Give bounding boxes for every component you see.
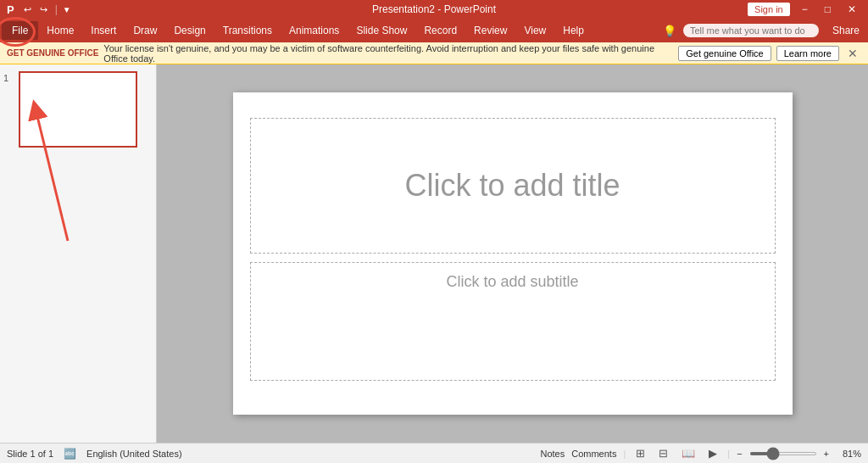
tell-me-input[interactable]: [683, 24, 819, 37]
notification-close-button[interactable]: ✕: [844, 47, 861, 60]
slide-thumbnail-wrapper: 1: [3, 71, 153, 148]
maximize-button[interactable]: □: [820, 2, 836, 17]
draw-menu[interactable]: Draw: [125, 19, 165, 42]
title-bar: P ↩ ↪ | ▼ Presentation2 - PowerPoint Sig…: [0, 0, 868, 19]
language: English (United States): [86, 449, 182, 459]
home-menu[interactable]: Home: [38, 19, 82, 42]
file-menu-wrapper: File: [2, 21, 38, 40]
slideshow-menu[interactable]: Slide Show: [348, 19, 415, 42]
quick-access-separator: |: [55, 3, 58, 15]
learn-more-button[interactable]: Learn more: [776, 46, 839, 61]
design-menu[interactable]: Design: [165, 19, 214, 42]
undo-button[interactable]: ↩: [21, 3, 34, 16]
share-button[interactable]: Share: [826, 23, 866, 38]
animations-menu[interactable]: Animations: [281, 19, 348, 42]
slide-sorter-button[interactable]: ⊟: [655, 445, 671, 461]
status-bar-right: Notes Comments | ⊞ ⊟ 📖 ▶ | − + 81%: [540, 445, 861, 461]
minimize-button[interactable]: −: [797, 2, 813, 17]
status-divider2: |: [727, 449, 730, 459]
slideshow-button[interactable]: ▶: [705, 445, 721, 461]
zoom-out-icon[interactable]: −: [737, 449, 742, 459]
customize-icon[interactable]: ▼: [63, 5, 71, 14]
status-bar: Slide 1 of 1 🔤 English (United States) N…: [0, 443, 868, 463]
title-bar-left: P ↩ ↪ | ▼: [7, 3, 71, 16]
status-divider: |: [623, 449, 626, 459]
zoom-slider[interactable]: [749, 452, 817, 455]
notification-bar: GET GENUINE OFFICE Your license isn't ge…: [0, 42, 868, 64]
slide-thumbnail[interactable]: [19, 71, 137, 148]
comments-button[interactable]: Comments: [571, 449, 616, 459]
powerpoint-logo-icon: P: [7, 3, 14, 16]
title-placeholder[interactable]: Click to add title: [250, 118, 776, 254]
insert-menu[interactable]: Insert: [82, 19, 125, 42]
menu-bar: File Home Insert Draw Design Transitions…: [0, 19, 868, 42]
slide-canvas[interactable]: Click to add title Click to add subtitle: [233, 92, 793, 415]
slide-number: 1: [3, 71, 15, 83]
canvas-area: Click to add title Click to add subtitle: [157, 64, 868, 443]
file-menu[interactable]: File: [2, 21, 38, 40]
normal-view-button[interactable]: ⊞: [632, 445, 648, 461]
transitions-menu[interactable]: Transitions: [214, 19, 281, 42]
get-genuine-button[interactable]: Get genuine Office: [678, 46, 771, 61]
zoom-in-icon[interactable]: +: [824, 449, 829, 459]
sign-in-button[interactable]: Sign in: [748, 3, 790, 16]
review-menu[interactable]: Review: [465, 19, 515, 42]
record-menu[interactable]: Record: [415, 19, 465, 42]
lightbulb-icon: 💡: [663, 25, 676, 37]
title-bar-right: Sign in − □ ✕: [748, 2, 861, 17]
slide-panel: 1: [0, 64, 157, 443]
reading-view-button[interactable]: 📖: [678, 445, 698, 461]
title-placeholder-text: Click to add title: [404, 168, 620, 204]
slide-count: Slide 1 of 1: [7, 449, 53, 459]
close-button[interactable]: ✕: [843, 2, 861, 17]
subtitle-placeholder[interactable]: Click to add subtitle: [250, 262, 776, 381]
accessibility-icon[interactable]: 🔤: [64, 448, 76, 460]
main-area: 1 Click to add title Click to add subtit…: [0, 64, 868, 443]
notification-message: Your license isn't genuine, and you may …: [103, 43, 673, 64]
notes-button[interactable]: Notes: [540, 449, 565, 459]
notification-badge: GET GENUINE OFFICE: [7, 48, 98, 58]
view-menu[interactable]: View: [515, 19, 554, 42]
subtitle-placeholder-text: Click to add subtitle: [446, 273, 578, 291]
zoom-level[interactable]: 81%: [836, 449, 861, 459]
redo-button[interactable]: ↪: [37, 3, 50, 16]
menu-bar-right: 💡 Share: [663, 23, 866, 38]
status-bar-left: Slide 1 of 1 🔤 English (United States): [7, 448, 182, 460]
app-title: Presentation2 - PowerPoint: [372, 3, 496, 15]
help-menu[interactable]: Help: [554, 19, 593, 42]
